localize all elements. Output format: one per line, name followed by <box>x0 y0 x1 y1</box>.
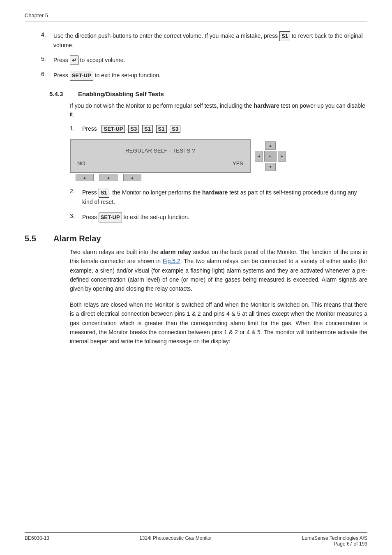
kbd-s1-b: S1 <box>156 125 167 133</box>
list-item-5: 5. Press ↵ to accept volume. <box>41 56 367 65</box>
fig52-link[interactable]: Fig.5.2 <box>163 258 180 264</box>
step3-row: 3. Press SET-UP to exit the set-up funct… <box>70 213 367 222</box>
kbd-setup-step3: SET-UP <box>99 213 122 222</box>
step2-row: 2. Press S1, the Monitor no longer perfo… <box>70 188 367 207</box>
bottom-arrow-1: ▲ <box>76 174 94 181</box>
list-number-6: 6. <box>41 71 53 77</box>
chapter-label: Chapter 5 <box>25 12 367 18</box>
kbd-setup-item6: SET-UP <box>70 71 93 81</box>
footer-right: LumaSense Technologies A/S Page 67 of 19… <box>302 535 367 547</box>
section-55-number: 5.5 <box>25 234 53 243</box>
right-arrow-btn: ► <box>278 151 286 162</box>
screen-right-label: YES <box>233 160 243 166</box>
diagram-top-row: REGULAR SELF - TESTS ? NO YES ▲ ◄ ↵ ► ▼ <box>70 139 286 173</box>
down-arrow-btn: ▼ <box>265 163 276 171</box>
section-55-para2: Both relays are closed when the Monitor … <box>70 300 367 346</box>
kbd-s1-a: S1 <box>142 125 153 133</box>
footer-right-line1: LumaSense Technologies A/S <box>302 535 367 541</box>
list-number-4: 4. <box>41 31 53 38</box>
footer-center: 1314i Photoacoustic Gas Monitor <box>139 535 212 547</box>
left-arrow-btn: ◄ <box>255 151 263 162</box>
hardware-bold: hardware <box>254 102 279 109</box>
list-item-4: 4. Use the direction push-buttons to ent… <box>41 31 367 50</box>
kbd-s3-b: S3 <box>170 125 180 133</box>
bottom-btns-row: ▲ ▲ ▲ <box>76 174 141 181</box>
device-screen: REGULAR SELF - TESTS ? NO YES <box>70 139 251 173</box>
kbd-enter-item5: ↵ <box>70 56 78 65</box>
section-55-para1: Two alarm relays are built into the alar… <box>70 247 367 294</box>
page-footer: BE6030-13 1314i Photoacoustic Gas Monito… <box>25 532 367 547</box>
alarm-relay-bold: alarm relay <box>160 249 191 255</box>
section-543-title: Enabling/Disabling Self Tests <box>78 90 164 97</box>
step3-number: 3. <box>70 213 80 219</box>
enter-btn: ↵ <box>264 151 277 162</box>
screen-center-text: REGULAR SELF - TESTS ? <box>125 148 195 154</box>
bottom-arrow-2: ▲ <box>99 174 118 181</box>
list-number-5: 5. <box>41 56 53 62</box>
kbd-s3-a: S3 <box>128 125 139 133</box>
intro-list: 4. Use the direction push-buttons to ent… <box>41 31 367 81</box>
list-content-5: Press ↵ to accept volume. <box>53 56 367 65</box>
kbd-setup-s1: SET-UP <box>101 125 125 133</box>
footer-right-line2: Page 67 of 199 <box>334 541 367 547</box>
step1-row: 1. Press SET-UP S3 S1 S1 S3 <box>70 125 367 133</box>
step1-content: Press SET-UP S3 S1 S1 S3 <box>82 125 180 133</box>
step2-number: 2. <box>70 188 80 194</box>
hardware-bold-step2: hardware <box>202 189 228 196</box>
right-controls: ▲ ◄ ↵ ► ▼ <box>255 141 286 171</box>
section-55-heading: 5.5 Alarm Relay <box>25 234 367 243</box>
section-543-number: 5.4.3 <box>49 90 78 97</box>
list-content-6: Press SET-UP to exit the set-up function… <box>53 71 367 81</box>
kbd-s1-step2: S1 <box>99 188 109 198</box>
up-arrow-btn: ▲ <box>265 141 276 150</box>
footer-left: BE6030-13 <box>25 535 49 547</box>
bottom-arrow-3: ▲ <box>123 174 141 181</box>
step2-content: Press S1, the Monitor no longer performs… <box>82 188 367 207</box>
step3-content: Press SET-UP to exit the set-up function… <box>82 213 189 222</box>
device-diagram: REGULAR SELF - TESTS ? NO YES ▲ ◄ ↵ ► ▼ <box>70 139 367 181</box>
step1-number: 1. <box>70 125 80 132</box>
screen-left-label: NO <box>77 160 85 166</box>
kbd-s1-item4: S1 <box>279 31 290 41</box>
mid-row: ◄ ↵ ► <box>255 151 286 162</box>
section-55-title: Alarm Relay <box>53 234 101 243</box>
list-content-4: Use the direction push-buttons to enter … <box>53 31 367 50</box>
list-item-6: 6. Press SET-UP to exit the set-up funct… <box>41 71 367 81</box>
section-543-intro: If you do not wish the Monitor to perfor… <box>70 102 367 119</box>
section-543-heading: 5.4.3 Enabling/Disabling Self Tests <box>49 90 367 97</box>
top-divider <box>25 21 367 21</box>
